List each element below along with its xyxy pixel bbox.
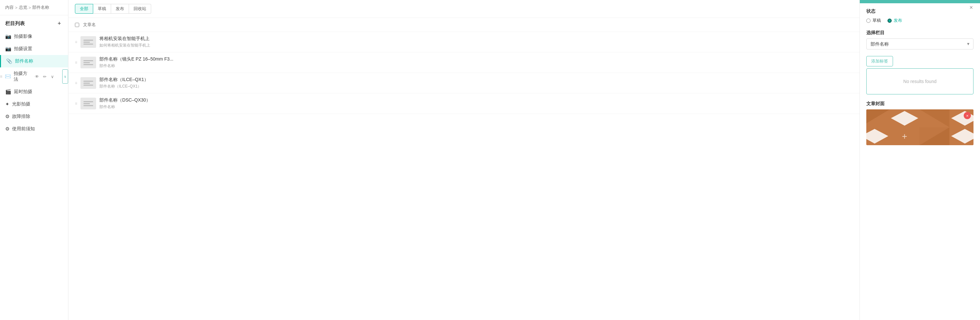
article-info: 将相机安装在智能手机上 如何将相机安装在智能手机上 xyxy=(99,36,853,48)
article-subtitle: 如何将相机安装在智能手机上 xyxy=(99,43,853,48)
status-section: 状态 草稿 发布 xyxy=(866,8,974,24)
article-thumbnail xyxy=(81,57,96,68)
article-thumbnail xyxy=(81,77,96,89)
sidebar-item-parts[interactable]: 📎 部件名称 xyxy=(0,55,68,67)
sidebar-item-label: 延时拍摄 xyxy=(14,89,63,95)
published-radio-label[interactable]: 发布 xyxy=(888,17,902,24)
edit-button[interactable]: ✏ xyxy=(41,73,48,80)
sidebar-item-methods[interactable]: ✉️ 拍摄方法 👁 ✏ ∨ xyxy=(3,67,61,86)
precautions-icon: ⚙ xyxy=(5,126,10,132)
methods-icon: ✉️ xyxy=(5,74,11,79)
draft-radio[interactable] xyxy=(866,19,870,23)
drag-handle-icon: ≡ xyxy=(0,74,2,79)
article-info: 部件名称（DSC–QX30） 部件名称 xyxy=(99,97,853,110)
article-list-header: 文章名 xyxy=(68,18,859,32)
sidebar-item-timelapse[interactable]: 🎬 延时拍摄 xyxy=(0,86,68,98)
photography-icon: 📷 xyxy=(5,33,11,40)
sidebar-header: 栏目列表 + xyxy=(0,15,68,30)
published-radio[interactable] xyxy=(888,19,892,23)
sidebar-item-methods-row: ≡ ✉️ 拍摄方法 👁 ✏ ∨ ∨ xyxy=(0,67,68,86)
article-list: ≡ 将相机安装在智能手机上 如何将相机安装在智能手机上 ≡ xyxy=(68,32,859,320)
chevron-down-icon[interactable]: ∨ xyxy=(49,73,56,80)
table-row: ≡ 部件名称（镜头E PZ 16–50mm F3... 部件名称 xyxy=(68,52,859,73)
cover-image: × xyxy=(866,109,974,145)
right-panel: × 状态 草稿 发布 选择栏目 xyxy=(859,0,980,320)
breadcrumb-root: 内容 xyxy=(5,5,14,10)
close-button[interactable]: × xyxy=(967,3,975,12)
sidebar-title: 栏目列表 xyxy=(5,21,25,27)
sidebar-item-label: 故障排除 xyxy=(12,114,63,119)
draft-label: 草稿 xyxy=(872,17,881,24)
article-title: 部件名称（镜头E PZ 16–50mm F3... xyxy=(99,56,853,62)
timelapse-icon: 🎬 xyxy=(5,89,11,95)
drag-handle-icon: ≡ xyxy=(75,81,77,85)
tag-section: 添加标签 No results found xyxy=(866,56,974,94)
drag-handle-icon: ≡ xyxy=(75,60,77,65)
status-radio-group: 草稿 发布 xyxy=(866,17,974,24)
article-thumbnail xyxy=(81,98,96,109)
breadcrumb-mid: 总览 xyxy=(19,5,27,10)
panel-top-bar xyxy=(860,0,980,3)
category-title: 选择栏目 xyxy=(866,30,974,36)
article-subtitle: 部件名称 xyxy=(99,104,853,110)
lightpainting-icon: ✦ xyxy=(5,101,10,107)
published-label: 发布 xyxy=(894,17,902,24)
sidebar-item-precautions[interactable]: ⚙ 使用前须知 xyxy=(0,123,68,135)
article-subtitle: 部件名称 xyxy=(99,63,853,69)
article-info: 部件名称（镜头E PZ 16–50mm F3... 部件名称 xyxy=(99,56,853,69)
category-select-wrapper: 部件名称 ▼ xyxy=(866,38,974,49)
sidebar-item-photography[interactable]: 📷 拍摄影像 xyxy=(0,30,68,43)
select-all-checkbox[interactable] xyxy=(75,23,79,27)
draft-radio-label[interactable]: 草稿 xyxy=(866,17,881,24)
tag-dropdown: No results found xyxy=(866,68,974,94)
add-tag-button[interactable]: 添加标签 xyxy=(866,56,893,67)
list-header-label: 文章名 xyxy=(83,22,96,28)
sidebar-item-label: 光影拍摄 xyxy=(12,101,63,107)
collapse-button[interactable]: ∨ xyxy=(62,69,68,84)
tab-published[interactable]: 发布 xyxy=(111,4,129,14)
article-thumbnail xyxy=(81,36,96,48)
article-title: 将相机安装在智能手机上 xyxy=(99,36,853,42)
table-row: ≡ 部件名称（ILCE–QX1） 部件名称（ILCE–QX1） xyxy=(68,73,859,93)
drag-handle-icon: ≡ xyxy=(75,40,77,44)
tab-draft[interactable]: 草稿 xyxy=(93,4,111,14)
tab-recycle[interactable]: 回收站 xyxy=(129,4,151,14)
category-section: 选择栏目 部件名称 ▼ xyxy=(866,30,974,49)
cover-section: 文章封面 × xyxy=(866,101,974,145)
breadcrumb-current: 部件名称 xyxy=(32,5,49,10)
breadcrumb-sep1: > xyxy=(15,5,18,10)
settings-icon: 📷 xyxy=(5,46,11,52)
panel-body: 状态 草稿 发布 选择栏目 部件名称 xyxy=(860,3,980,320)
breadcrumb: 内容 > 总览 > 部件名称 xyxy=(0,0,68,15)
cover-delete-button[interactable]: × xyxy=(964,112,971,119)
add-column-button[interactable]: + xyxy=(56,20,63,27)
sidebar-item-label: 拍摄方法 xyxy=(14,71,31,82)
tab-all[interactable]: 全部 xyxy=(75,4,93,14)
sidebar-controls: 👁 ✏ ∨ xyxy=(33,73,56,80)
no-results-text: No results found xyxy=(904,79,937,84)
main-content: 全部 草稿 发布 回收站 文章名 ≡ 将相机安装 xyxy=(68,0,859,320)
status-title: 状态 xyxy=(866,8,974,14)
cover-title: 文章封面 xyxy=(866,101,974,107)
troubleshoot-icon: ⚙ xyxy=(5,114,10,119)
sidebar-item-settings[interactable]: 📷 拍摄设置 xyxy=(0,43,68,55)
article-subtitle: 部件名称（ILCE–QX1） xyxy=(99,84,853,89)
category-select[interactable]: 部件名称 xyxy=(866,38,974,49)
table-row: ≡ 将相机安装在智能手机上 如何将相机安装在智能手机上 xyxy=(68,32,859,52)
sidebar: 内容 > 总览 > 部件名称 栏目列表 + 📷 拍摄影像 📷 拍摄设置 📎 部件… xyxy=(0,0,68,320)
sidebar-item-label: 部件名称 xyxy=(15,58,63,64)
article-info: 部件名称（ILCE–QX1） 部件名称（ILCE–QX1） xyxy=(99,77,853,89)
cover-pattern-svg: + xyxy=(866,109,974,145)
drag-handle-icon: ≡ xyxy=(75,101,77,106)
chevron-icon: ∨ xyxy=(64,75,67,78)
sidebar-item-label: 拍摄设置 xyxy=(14,46,63,52)
sidebar-item-label: 使用前须知 xyxy=(12,126,63,132)
sidebar-item-lightpainting[interactable]: ✦ 光影拍摄 xyxy=(0,98,68,110)
breadcrumb-sep2: > xyxy=(29,5,31,10)
article-title: 部件名称（DSC–QX30） xyxy=(99,97,853,103)
view-button[interactable]: 👁 xyxy=(33,73,40,80)
content-tabs: 全部 草稿 发布 回收站 xyxy=(68,0,859,18)
svg-text:+: + xyxy=(902,131,907,141)
sidebar-item-troubleshoot[interactable]: ⚙ 故障排除 xyxy=(0,110,68,123)
sidebar-item-label: 拍摄影像 xyxy=(14,33,63,40)
